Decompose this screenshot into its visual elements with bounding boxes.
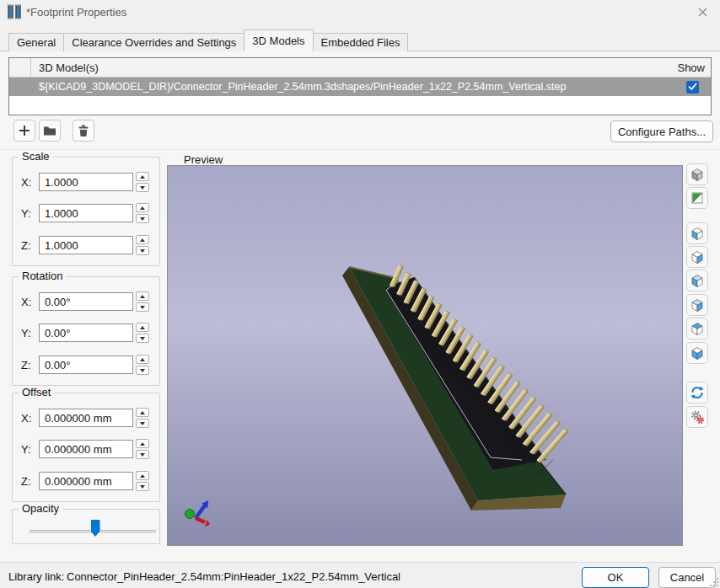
- spin-up-icon: [140, 326, 145, 329]
- preview-label: Preview: [184, 153, 223, 166]
- model-table-header: 3D Model(s) Show: [9, 58, 711, 78]
- spin-up-icon: [140, 206, 145, 210]
- view-back-icon: [690, 297, 705, 313]
- view-back-button[interactable]: [686, 294, 708, 316]
- preview-settings-button[interactable]: [686, 406, 708, 428]
- view-front-button[interactable]: [686, 270, 708, 291]
- rotation-x-label: X:: [21, 296, 39, 308]
- scale-y-field[interactable]: [39, 204, 133, 222]
- browse-folder-icon: [42, 124, 57, 137]
- delete-model-icon: [76, 123, 91, 138]
- column-header-show: Show: [668, 61, 711, 74]
- check-icon: [688, 83, 697, 91]
- offset-legend: Offset: [19, 386, 54, 398]
- tab-general[interactable]: General: [8, 33, 64, 51]
- rotation-z-spin-up[interactable]: [136, 355, 149, 364]
- title-bar: *Footprint Properties: [0, 0, 720, 24]
- scale-z-spin-down[interactable]: [136, 246, 149, 255]
- rotation-z-field[interactable]: [39, 355, 133, 374]
- footer-separator: [0, 562, 720, 563]
- flip-board-view-icon: [690, 190, 705, 206]
- spin-down-icon: [140, 306, 145, 309]
- configure-paths-button[interactable]: Configure Paths...: [610, 120, 713, 142]
- offset-x-label: X:: [21, 412, 39, 425]
- tab-embedded-files[interactable]: Embedded Files: [313, 33, 409, 51]
- spin-up-icon: [140, 474, 145, 478]
- offset-z-spin-up[interactable]: [136, 471, 149, 480]
- scale-z-spin-up[interactable]: [136, 235, 149, 244]
- opacity-group: Opacity: [12, 509, 160, 544]
- view-top-button[interactable]: [686, 318, 708, 339]
- tab-bar: General Clearance Overrides and Settings…: [8, 30, 407, 51]
- view-right-button[interactable]: [686, 246, 708, 268]
- offset-z-spin-down[interactable]: [136, 482, 149, 491]
- preview-settings-icon: [690, 409, 705, 425]
- scale-y-spin-down[interactable]: [136, 214, 149, 223]
- spin-down-icon: [140, 337, 145, 340]
- rotation-y-field[interactable]: [39, 323, 133, 342]
- rotation-x-spin-down[interactable]: [136, 302, 149, 312]
- model-table: 3D Model(s) Show ${KICAD9_3DMODEL_DIR}/C…: [8, 57, 712, 115]
- view-bottom-button[interactable]: [686, 342, 708, 364]
- spin-down-icon: [140, 422, 145, 425]
- rotation-x-spin-up[interactable]: [136, 291, 149, 301]
- library-link-value: Connector_PinHeader_2.54mm:PinHeader_1x2…: [67, 570, 400, 583]
- add-model-button[interactable]: [13, 120, 35, 142]
- rotation-y-label: Y:: [21, 327, 39, 339]
- resize-grip[interactable]: [708, 576, 718, 586]
- tab-clearance-overrides[interactable]: Clearance Overrides and Settings: [63, 33, 244, 51]
- scale-x-field[interactable]: [39, 173, 133, 191]
- rotation-z-spin-down[interactable]: [136, 366, 149, 375]
- ok-button[interactable]: OK: [582, 567, 649, 588]
- delete-model-button[interactable]: [73, 120, 94, 142]
- offset-x-spin-down[interactable]: [136, 419, 149, 428]
- orthographic-projection-icon: [690, 167, 705, 182]
- scale-x-spin-down[interactable]: [136, 183, 149, 192]
- spin-down-icon: [140, 485, 145, 489]
- scale-x-spin-up[interactable]: [136, 172, 149, 181]
- scale-group: Scale X: Y: Z:: [12, 157, 160, 266]
- tab-3d-models[interactable]: 3D Models: [244, 29, 313, 51]
- offset-z-label: Z:: [21, 475, 39, 488]
- browse-folder-button[interactable]: [39, 120, 61, 142]
- show-checkbox[interactable]: [686, 81, 699, 94]
- offset-y-spin-down[interactable]: [136, 450, 149, 459]
- offset-y-label: Y:: [21, 443, 39, 456]
- spin-up-icon: [140, 411, 145, 414]
- offset-y-field[interactable]: [39, 440, 133, 458]
- rotation-y-spin-up[interactable]: [136, 323, 149, 332]
- offset-x-spin-up[interactable]: [136, 408, 149, 417]
- orthographic-projection-button[interactable]: [686, 163, 708, 185]
- cancel-button[interactable]: Cancel: [658, 567, 716, 588]
- rotation-group: Rotation X: Y: Z:: [12, 276, 160, 386]
- opacity-legend: Opacity: [19, 502, 62, 515]
- spin-down-icon: [140, 249, 145, 253]
- flip-board-view-button[interactable]: [686, 187, 708, 209]
- rotation-x-field[interactable]: [39, 292, 133, 311]
- spin-up-icon: [140, 175, 145, 179]
- spin-down-icon: [140, 453, 145, 457]
- preview-3d-svg[interactable]: [167, 165, 683, 546]
- offset-group: Offset X: Y: Z:: [12, 393, 160, 502]
- view-front-icon: [690, 273, 705, 288]
- reload-model-button[interactable]: [686, 382, 708, 404]
- spin-down-icon: [140, 369, 145, 372]
- scale-z-field[interactable]: [39, 236, 133, 254]
- spin-up-icon: [140, 295, 145, 298]
- close-button[interactable]: [689, 2, 716, 22]
- model-table-row[interactable]: ${KICAD9_3DMODEL_DIR}/Connector_PinHeade…: [9, 78, 711, 96]
- offset-z-field[interactable]: [39, 472, 133, 490]
- offset-y-spin-up[interactable]: [136, 439, 149, 448]
- window-title: *Footprint Properties: [26, 6, 126, 19]
- column-header-model: 3D Model(s): [31, 61, 668, 74]
- model-path: ${KICAD9_3DMODEL_DIR}/Connector_PinHeade…: [31, 81, 674, 93]
- scale-y-spin-up[interactable]: [136, 203, 149, 212]
- library-link-label: Library link:: [8, 570, 64, 583]
- opacity-slider-handle[interactable]: [91, 520, 100, 537]
- rotation-y-spin-down[interactable]: [136, 334, 149, 343]
- close-icon: [698, 8, 707, 17]
- spin-down-icon: [140, 186, 145, 190]
- view-left-button[interactable]: [686, 222, 708, 244]
- offset-x-field[interactable]: [39, 409, 133, 427]
- add-model-icon: [18, 124, 31, 137]
